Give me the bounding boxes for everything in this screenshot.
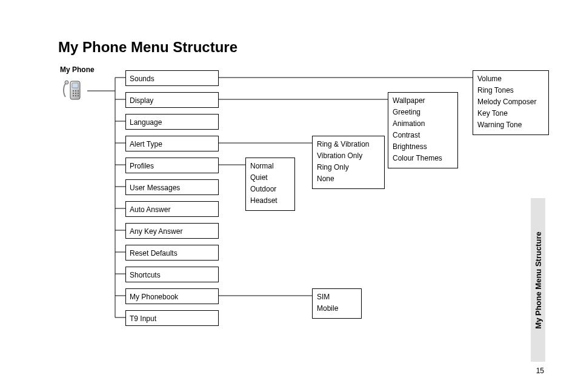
menu-language: Language bbox=[125, 114, 219, 130]
submenu-item: Key Tone bbox=[477, 108, 544, 119]
submenu-item: Brightness bbox=[393, 141, 453, 153]
submenu-item: Ring Tones bbox=[477, 85, 544, 96]
svg-point-26 bbox=[78, 93, 79, 94]
menu-shortcuts: Shortcuts bbox=[125, 267, 219, 282]
submenu-item: Ring & Vibration bbox=[317, 139, 380, 150]
submenu-item: Headset bbox=[250, 195, 290, 207]
menu-user-messages: User Messages bbox=[125, 179, 219, 195]
submenu-item: Colour Themes bbox=[393, 153, 453, 164]
submenu-item: None bbox=[317, 173, 380, 185]
submenu-item: SIM bbox=[317, 291, 357, 303]
svg-point-23 bbox=[78, 90, 79, 91]
menu-profiles: Profiles bbox=[125, 158, 219, 173]
submenu-item: Outdoor bbox=[250, 184, 290, 195]
submenu-profiles: Normal Quiet Outdoor Headset bbox=[245, 158, 295, 211]
svg-rect-20 bbox=[72, 83, 78, 88]
svg-point-29 bbox=[78, 95, 79, 96]
submenu-item: Volume bbox=[477, 73, 544, 85]
menu-my-phonebook: My Phonebook bbox=[125, 288, 219, 304]
menu-any-key-answer: Any Key Answer bbox=[125, 223, 219, 239]
submenu-item: Melody Composer bbox=[477, 96, 544, 108]
submenu-item: Vibration Only bbox=[317, 150, 380, 162]
side-tab-label: My Phone Menu Structure bbox=[534, 231, 543, 328]
submenu-item: Ring Only bbox=[317, 162, 380, 173]
submenu-phonebook: SIM Mobile bbox=[312, 288, 362, 319]
submenu-alert-type: Ring & Vibration Vibration Only Ring Onl… bbox=[312, 136, 385, 189]
menu-sounds: Sounds bbox=[125, 70, 219, 86]
submenu-item: Contrast bbox=[393, 130, 453, 141]
submenu-item: Normal bbox=[250, 161, 290, 172]
submenu-item: Wallpaper bbox=[393, 95, 453, 107]
phone-icon bbox=[62, 78, 87, 103]
svg-point-25 bbox=[75, 93, 76, 94]
submenu-item: Greeting bbox=[393, 107, 453, 118]
svg-point-24 bbox=[73, 93, 74, 94]
svg-point-27 bbox=[73, 95, 74, 96]
menu-t9-input: T9 Input bbox=[125, 310, 219, 326]
menu-display: Display bbox=[125, 92, 219, 108]
svg-point-22 bbox=[75, 90, 76, 91]
submenu-display: Wallpaper Greeting Animation Contrast Br… bbox=[388, 92, 458, 168]
submenu-item: Quiet bbox=[250, 172, 290, 184]
root-label: My Phone bbox=[60, 65, 95, 74]
side-tab: My Phone Menu Structure bbox=[531, 198, 545, 362]
menu-auto-answer: Auto Answer bbox=[125, 201, 219, 217]
page-number: 15 bbox=[536, 367, 544, 375]
svg-point-30 bbox=[65, 81, 68, 84]
svg-point-21 bbox=[73, 90, 74, 91]
menu-alert-type: Alert Type bbox=[125, 136, 219, 151]
submenu-sounds: Volume Ring Tones Melody Composer Key To… bbox=[473, 70, 549, 135]
submenu-item: Warning Tone bbox=[477, 119, 544, 131]
svg-point-28 bbox=[75, 95, 76, 96]
menu-reset-defaults: Reset Defaults bbox=[125, 245, 219, 261]
submenu-item: Animation bbox=[393, 118, 453, 130]
page-title: My Phone Menu Structure bbox=[58, 39, 238, 56]
submenu-item: Mobile bbox=[317, 303, 357, 314]
